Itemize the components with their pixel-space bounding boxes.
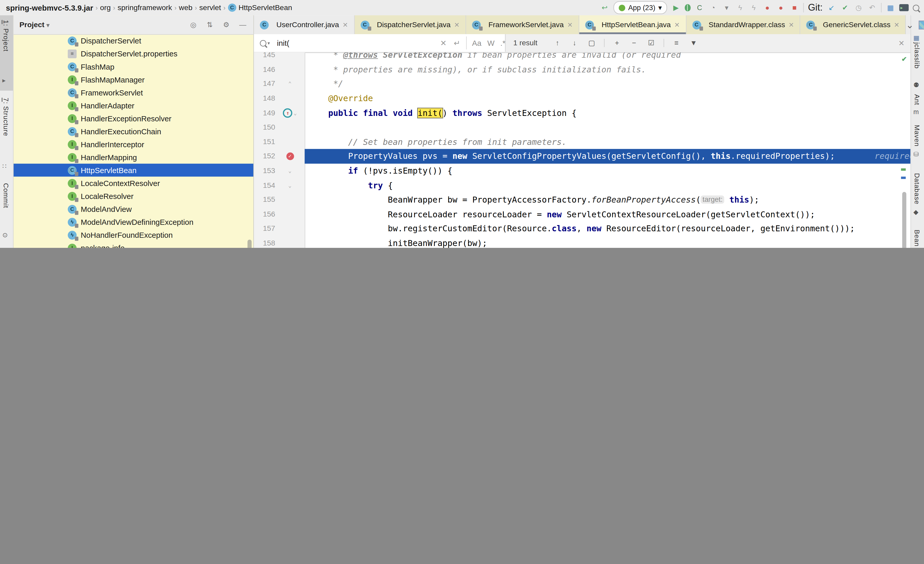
force-debug-icon[interactable]: ϟ	[749, 3, 758, 12]
jclasslib-icon[interactable]	[918, 21, 924, 29]
code-line-152[interactable]: 152✓ PropertyValues pvs = new ServletCon…	[254, 149, 910, 163]
project-tree-item[interactable]: (C)HttpServletBean	[14, 164, 253, 177]
hide-icon[interactable]: —	[238, 20, 248, 29]
newline-icon[interactable]: ↵	[454, 39, 460, 47]
filter-lines-icon[interactable]: ≡	[672, 38, 681, 48]
project-tree-item[interactable]: ILocaleResolver	[14, 190, 253, 203]
tab-usercontroller-java[interactable]: CUserController.java✕	[254, 15, 354, 34]
blue-stripe-mark[interactable]	[901, 177, 906, 179]
close-icon[interactable]: ✕	[567, 21, 573, 29]
code-line-149[interactable]: 149↑⌄public final void init() throws Ser…	[254, 106, 910, 120]
scroll-icon[interactable]: ⇅	[205, 20, 214, 29]
diagram-icon[interactable]: ▦	[886, 3, 895, 12]
breadcrumb[interactable]: spring-webmvc-5.3.9.jar›org›springframew…	[0, 3, 292, 12]
search-icon[interactable]	[260, 40, 266, 46]
chevron-down-icon[interactable]: ▾	[722, 3, 731, 12]
remove-occurrence-icon[interactable]: −	[629, 38, 639, 48]
fold-marker[interactable]: ⌄	[288, 168, 291, 174]
tab-httpservletbean-java[interactable]: (C)HttpServletBean.java✕	[579, 15, 686, 34]
fold-marker[interactable]: ⌄	[294, 110, 297, 116]
inspections-ok-icon[interactable]: ✔	[902, 55, 907, 63]
close-icon[interactable]: ✕	[894, 21, 899, 29]
code-line-147[interactable]: 147⌃ */	[254, 76, 910, 91]
green-stripe-mark[interactable]	[901, 168, 906, 171]
project-tree-item[interactable]: IHandlerInterceptor	[14, 138, 253, 151]
toolwindow-button-bean-validation[interactable]: Bean Validation	[914, 229, 920, 248]
project-tree-item[interactable]: CModelAndView	[14, 203, 253, 215]
regex-toggle[interactable]: .*	[500, 39, 506, 47]
breadcrumb-item[interactable]: web	[179, 4, 192, 12]
close-icon[interactable]: ✕	[454, 21, 459, 29]
debug-icon[interactable]	[685, 4, 691, 11]
git-update-icon[interactable]: ↙	[827, 3, 836, 12]
project-tree-item[interactable]: CHandlerExecutionChain	[14, 125, 253, 138]
breadcrumb-root[interactable]: spring-webmvc-5.3.9.jar	[6, 3, 93, 12]
close-icon[interactable]: ✕	[789, 21, 794, 29]
breadcrumb-item[interactable]: org	[100, 4, 111, 12]
chevron-down-icon[interactable]: ⌄	[906, 19, 914, 30]
fold-marker[interactable]: ⌃	[288, 81, 291, 87]
git-commit-icon[interactable]: ✔	[840, 3, 850, 12]
history-icon[interactable]: ◷	[854, 3, 863, 12]
code-line-151[interactable]: 151 // Set bean properties from init par…	[254, 135, 910, 149]
chevron-down-icon[interactable]: ▾	[267, 40, 270, 46]
tab-standardwrapper-class[interactable]: CStandardWrapper.class✕	[686, 15, 801, 34]
breakpoint-icon[interactable]: ✓	[286, 153, 294, 160]
toolwindow-button-maven[interactable]: Maven	[914, 125, 920, 147]
project-tree-item[interactable]: CFlashMap	[14, 60, 253, 73]
search-query[interactable]: init(	[277, 39, 290, 47]
rollback-icon[interactable]: ↶	[867, 3, 877, 12]
breadcrumb-leaf[interactable]: HttpServletBean	[238, 4, 292, 12]
project-tree-item[interactable]: IHandlerExceptionResolver	[14, 112, 253, 125]
search-filter-icon[interactable]: ▼	[689, 38, 698, 48]
add-occurrence-icon[interactable]: +	[612, 38, 621, 48]
project-tree-item[interactable]: (C)FrameworkServlet	[14, 86, 253, 99]
force-run-icon[interactable]: ϟ	[735, 3, 745, 12]
code-line-154[interactable]: 154⌄ try {	[254, 178, 910, 193]
project-vertical-scrollbar[interactable]	[248, 239, 252, 248]
match-case-toggle[interactable]: Aa	[472, 39, 482, 47]
search-icon[interactable]	[913, 4, 920, 11]
find-popup-icon[interactable]: ▢	[587, 38, 596, 48]
hotswap-run-icon[interactable]: ●	[763, 3, 772, 12]
code-line-156[interactable]: 156 ResourceLoader resourceLoader = new …	[254, 207, 910, 221]
words-toggle[interactable]: W	[488, 39, 495, 47]
locate-icon[interactable]: ◎	[189, 20, 198, 29]
code-line-157[interactable]: 157 bw.registerCustomEditor(Resource.cla…	[254, 221, 910, 236]
coverage-icon[interactable]: C	[695, 3, 704, 12]
close-icon[interactable]: ✕	[343, 21, 348, 29]
profiler-icon[interactable]: ◔	[708, 3, 718, 12]
close-icon[interactable]: ✕	[674, 21, 680, 29]
search-input[interactable]: ▾ init( ✕ ↵ Aa W .*	[254, 34, 506, 52]
run-config-selector[interactable]: App (23)▾	[614, 1, 667, 14]
next-match-icon[interactable]: ↓	[570, 38, 579, 48]
toolwindow-button-1-project[interactable]: 1: Project	[2, 20, 9, 51]
stop-icon[interactable]: ■	[790, 3, 799, 12]
breadcrumb-item[interactable]: servlet	[200, 4, 221, 12]
prev-match-icon[interactable]: ↑	[553, 38, 562, 48]
gear-icon[interactable]: ⚙	[222, 20, 231, 29]
project-tree-item[interactable]: ILocaleContextResolver	[14, 177, 253, 190]
code-area[interactable]: 145 * @throws ServletException if bean p…	[254, 52, 910, 248]
code-line-155[interactable]: 155 BeanWrapper bw = PropertyAccessorFac…	[254, 193, 910, 207]
select-occurrences-icon[interactable]: ☑	[646, 38, 656, 48]
project-tree-item[interactable]: ≡DispatcherServlet.properties	[14, 47, 253, 60]
toolwindow-button-ant[interactable]: Ant	[914, 94, 920, 105]
project-tree-item[interactable]: ϟNoHandlerFoundException	[14, 229, 253, 241]
close-icon[interactable]: ✕	[898, 39, 904, 47]
code-line-153[interactable]: 153⌄ if (!pvs.isEmpty()) {	[254, 163, 910, 178]
fold-marker[interactable]: ⌄	[288, 183, 291, 188]
run-anything-icon[interactable]: ▸	[899, 4, 909, 11]
editor-vertical-scrollbar[interactable]	[902, 192, 906, 248]
project-tree-item[interactable]: IFlashMapManager	[14, 73, 253, 86]
chevron-down-icon[interactable]: ▾	[46, 22, 49, 28]
project-tree-item[interactable]: CDispatcherServlet	[14, 34, 253, 47]
clear-icon[interactable]: ✕	[440, 39, 447, 47]
run-icon[interactable]: ▶	[671, 3, 681, 12]
code-line-146[interactable]: 146 * properties are missing), or if sub…	[254, 62, 910, 76]
project-tree-item[interactable]: IHandlerMapping	[14, 151, 253, 164]
toolwindow-button-commit[interactable]: Commit	[2, 183, 9, 208]
project-panel-header[interactable]: Project ▾ ◎⇅⚙—	[14, 15, 253, 35]
code-line-150[interactable]: 150	[254, 120, 910, 135]
toolwindow-button-7-structure[interactable]: 7: Structure	[2, 98, 9, 136]
